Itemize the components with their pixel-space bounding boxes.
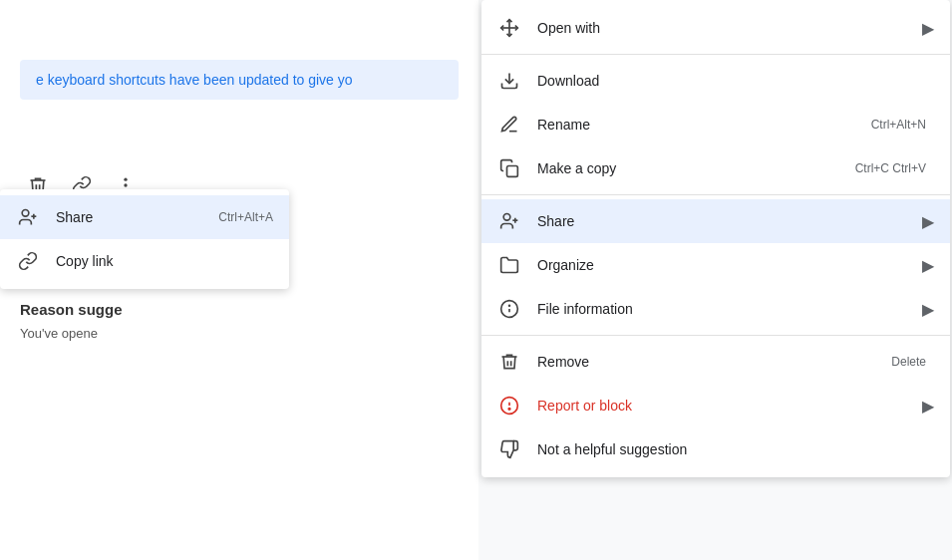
open-with-icon <box>497 16 521 40</box>
download-icon <box>497 69 521 93</box>
menu-item-report-block[interactable]: Report or block ▶ <box>481 384 950 427</box>
main-context-menu: Open with ▶ Download Rename Ctrl+Alt+N <box>481 0 950 477</box>
info-icon <box>497 297 521 321</box>
copy-link-label: Copy link <box>56 253 273 269</box>
menu-item-share[interactable]: Share ▶ <box>481 199 950 243</box>
svg-point-3 <box>22 210 29 217</box>
report-icon <box>497 394 521 418</box>
menu-item-open-with[interactable]: Open with ▶ <box>481 6 950 50</box>
make-copy-shortcut: Ctrl+C Ctrl+V <box>855 161 926 175</box>
rename-shortcut: Ctrl+Alt+N <box>871 118 926 132</box>
link-icon <box>16 249 40 273</box>
divider-2 <box>481 194 950 195</box>
svg-point-10 <box>503 214 510 221</box>
file-information-label: File information <box>537 301 922 317</box>
menu-item-share-small[interactable]: Share Ctrl+Alt+A <box>0 195 289 239</box>
menu-item-make-copy[interactable]: Make a copy Ctrl+C Ctrl+V <box>481 146 950 190</box>
trash-icon <box>497 350 521 374</box>
share-small-shortcut: Ctrl+Alt+A <box>218 210 273 224</box>
svg-rect-9 <box>507 166 518 177</box>
remove-shortcut: Delete <box>891 355 926 369</box>
menu-item-not-helpful[interactable]: Not a helpful suggestion <box>481 427 950 471</box>
make-copy-label: Make a copy <box>537 160 855 176</box>
organize-label: Organize <box>537 257 922 273</box>
copy-icon <box>497 156 521 180</box>
download-label: Download <box>537 73 934 89</box>
menu-item-copy-link[interactable]: Copy link <box>0 239 289 283</box>
menu-item-download[interactable]: Download <box>481 59 950 103</box>
share-person-add-icon <box>497 209 521 233</box>
rename-icon <box>497 113 521 137</box>
remove-label: Remove <box>537 354 891 370</box>
open-with-label: Open with <box>537 20 922 36</box>
organize-arrow: ▶ <box>922 256 934 275</box>
thumbs-down-icon <box>497 437 521 461</box>
bottom-content: Reason sugge You've opene <box>20 291 459 351</box>
not-helpful-label: Not a helpful suggestion <box>537 441 934 457</box>
small-dropdown-menu: Share Ctrl+Alt+A Copy link <box>0 189 289 289</box>
svg-point-18 <box>508 409 510 411</box>
share-small-label: Share <box>56 209 218 225</box>
report-block-label: Report or block <box>537 398 922 414</box>
rename-label: Rename <box>537 117 871 133</box>
svg-point-0 <box>124 178 127 181</box>
svg-point-1 <box>124 183 127 186</box>
notification-bar: e keyboard shortcuts have been updated t… <box>20 60 459 100</box>
divider-3 <box>481 335 950 336</box>
share-arrow: ▶ <box>922 212 934 231</box>
divider-1 <box>481 54 950 55</box>
menu-item-organize[interactable]: Organize ▶ <box>481 243 950 287</box>
menu-item-file-information[interactable]: File information ▶ <box>481 287 950 331</box>
file-information-arrow: ▶ <box>922 300 934 319</box>
person-add-icon <box>16 205 40 229</box>
open-with-arrow: ▶ <box>922 19 934 38</box>
suggestion-label: Reason sugge <box>20 301 459 318</box>
report-block-arrow: ▶ <box>922 397 934 416</box>
share-label: Share <box>537 213 922 229</box>
notification-text: e keyboard shortcuts have been updated t… <box>36 72 353 88</box>
menu-item-rename[interactable]: Rename Ctrl+Alt+N <box>481 103 950 146</box>
organize-icon <box>497 253 521 277</box>
you-opened-text: You've opene <box>20 326 459 341</box>
menu-item-remove[interactable]: Remove Delete <box>481 340 950 384</box>
